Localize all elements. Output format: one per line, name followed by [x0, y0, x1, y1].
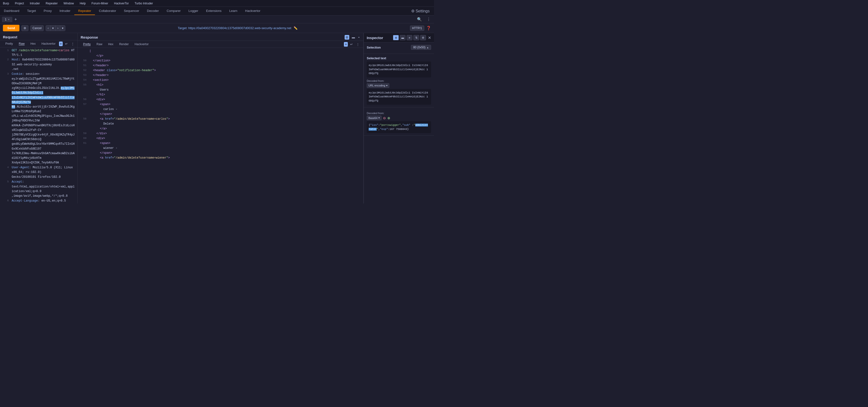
response-panel-header: Response ⊞ ▬ ▪ [78, 33, 363, 41]
base64-remove-icon[interactable]: ⊖ [383, 116, 386, 120]
response-code-area[interactable]: | </p> 50 </section> 51 </header> 52 <he… [78, 48, 363, 204]
code-line: 50 </section> [78, 59, 363, 63]
response-panel: Response ⊞ ▬ ▪ Pretty Raw Hex Render Hac… [78, 33, 364, 204]
http-version-badge[interactable]: HTTP/1 [410, 26, 424, 31]
code-line: | [78, 49, 363, 54]
inspector-selection-title: Selection [367, 46, 381, 49]
nav-prev-down-button[interactable]: ▾ [51, 26, 56, 31]
menu-forumminer[interactable]: Forum-Miner [91, 1, 109, 6]
decode-row-1: URL encoding ▾ [367, 83, 431, 88]
menu-help[interactable]: Help [79, 1, 87, 6]
nav-tab-repeater[interactable]: Repeater [74, 7, 95, 15]
inspector-view-icon-4[interactable]: ⇅ [413, 35, 419, 40]
code-line: 62 <a href="/admin/delete?username=wiene… [78, 156, 363, 160]
nav-tab-decoder[interactable]: Decoder [143, 7, 163, 15]
code-line: </span> [78, 151, 363, 156]
nav-tab-sequencer[interactable]: Sequencer [120, 7, 143, 15]
nav-prev-button[interactable]: ‹ [46, 26, 51, 31]
inspector-title: Inspector [367, 36, 393, 40]
response-sub-tabs: Pretty Raw Hex Render Hackvertor ≡ ↵ ⋮ [78, 41, 363, 48]
selection-badge[interactable]: 80 (0x50) ▲ [411, 45, 431, 50]
code-line: 55 <h1> [78, 83, 363, 88]
target-url: https://0a04002703220804c1375d08007d0032… [188, 26, 291, 30]
code-line: Delete [78, 122, 363, 127]
code-line: </span> [78, 112, 363, 117]
inspector-view-icon-3[interactable]: ≡ [407, 35, 412, 40]
response-grid-icon[interactable]: ⊞ [345, 35, 349, 39]
response-compact-icon[interactable]: ▪ [357, 35, 361, 39]
more-options-icon[interactable]: ⋮ [425, 17, 432, 22]
menu-bar: Burp Project Intruder Repeater Window He… [0, 0, 434, 7]
response-tab-hackvertor[interactable]: Hackvertor [132, 42, 151, 46]
code-line: Xndye13K3zvQYZ8K_TeybAXuf0A [0, 160, 78, 165]
menu-project[interactable]: Project [14, 1, 25, 6]
inspector-view-icon-1[interactable]: ⊞ [393, 35, 399, 40]
base64-arrow: ▾ [378, 116, 380, 120]
menu-turbointruder[interactable]: Turbo Intruder [133, 1, 154, 6]
send-button[interactable]: Send [3, 25, 20, 31]
nav-tab-intruder[interactable]: Intruder [56, 7, 74, 15]
nav-next-down-button[interactable]: ▾ [60, 26, 65, 31]
inspector-view-icon-2[interactable]: ▬ [400, 35, 406, 40]
cancel-button[interactable]: Cancel [30, 25, 44, 31]
menu-repeater[interactable]: Repeater [45, 1, 59, 6]
inspector-close-button[interactable]: ✕ [428, 35, 431, 40]
response-tab-raw[interactable]: Raw [94, 42, 105, 46]
nav-tab-extensions[interactable]: Extensions [202, 7, 225, 15]
edit-icon[interactable]: ✏️ [293, 26, 298, 30]
response-tab-pretty[interactable]: Pretty [81, 42, 93, 46]
settings-button[interactable]: ⚙ [21, 25, 28, 31]
request-code-area[interactable]: 1 GET /admin/delete?username=carlos HTTP… [0, 48, 78, 204]
repeater-tab-1[interactable]: 1 × [2, 17, 12, 22]
inspector-decoded-text-2[interactable]: {"iss":"portswigger","sub" :"administrat… [367, 121, 431, 133]
tab-add-button[interactable]: + [14, 17, 17, 22]
inspector-panel: Inspector ⊞ ▬ ≡ ⇅ ⚙ ✕ Selection 80 (0x50… [364, 33, 434, 204]
search-icon[interactable]: 🔍 [415, 17, 423, 22]
nav-tab-hackvertor[interactable]: Hackvertor [241, 7, 264, 15]
menu-window[interactable]: Window [62, 1, 75, 6]
code-line: 52 <header class="notification-header"> [78, 68, 363, 73]
code-line: N9.NL0ui62u-aorUtjjErI9ZWP_BvwXuSJKgLnMA… [0, 105, 78, 114]
base64-select[interactable]: Base64 ▾ [367, 116, 381, 120]
request-tab-hex[interactable]: Hex [28, 41, 38, 46]
code-line: 51 </header> [78, 63, 363, 68]
code-line: carlos - [78, 107, 363, 112]
inspector-body: Selection 80 (0x50) ▲ Selected text eyJp… [364, 42, 434, 204]
menu-hackvertor[interactable]: HackverTor [113, 1, 130, 6]
base64-label: Base64 [368, 117, 377, 120]
help-icon[interactable]: ❓ [426, 26, 431, 30]
response-tab-render[interactable]: Render [117, 42, 131, 46]
request-tab-hackvertor[interactable]: Hackvertor [39, 41, 58, 46]
request-word-wrap-icon[interactable]: ≡ [59, 41, 63, 46]
url-encoding-select[interactable]: URL encoding ▾ [367, 83, 389, 88]
response-more-icon[interactable]: ⋮ [355, 42, 361, 46]
request-sub-tabs: Pretty Raw Hex Hackvertor ≡ ↵ ⋮ [0, 40, 78, 48]
target-label: Target: https://0a04002703220804c1375d08… [67, 26, 408, 30]
nav-tab-collaborator[interactable]: Collaborator [95, 7, 120, 15]
response-list-icon[interactable]: ▬ [351, 35, 356, 39]
tab-close-icon[interactable]: × [8, 18, 9, 21]
menu-burp[interactable]: Burp [2, 1, 10, 6]
decoded-from-label-1: Decoded from: [367, 80, 431, 82]
request-tab-pretty[interactable]: Pretty [3, 41, 15, 46]
settings-icon[interactable]: ⚙ Settings [410, 8, 431, 14]
nav-tab-logger[interactable]: Logger [185, 7, 202, 15]
request-more-icon[interactable]: ⋮ [70, 41, 75, 46]
menu-intruder[interactable]: Intruder [29, 1, 41, 6]
response-word-wrap-icon[interactable]: ≡ [344, 42, 348, 46]
inspector-settings-icon[interactable]: ⚙ [420, 35, 426, 40]
response-tab-hex[interactable]: Hex [106, 42, 116, 46]
nav-tab-target[interactable]: Target [23, 7, 40, 15]
nav-next-button[interactable]: › [56, 26, 60, 31]
nav-tab-learn[interactable]: Learn [225, 7, 241, 15]
nav-tab-proxy[interactable]: Proxy [40, 7, 56, 15]
code-line: 56 <div> [78, 97, 363, 102]
inspector-selection-section: Selection 80 (0x50) ▲ [364, 42, 434, 54]
code-line: cPLi-wLvZzh8C92Mg3P1gsu_IxmJNwuOGJk1jH8n… [0, 114, 78, 123]
nav-tab-dashboard[interactable]: Dashboard [0, 7, 23, 15]
request-newline-icon[interactable]: ↵ [64, 41, 69, 46]
base64-add-icon[interactable]: ⊕ [388, 116, 390, 120]
response-newline-icon[interactable]: ↵ [349, 42, 354, 46]
nav-tab-comparer[interactable]: Comparer [163, 7, 185, 15]
request-tab-raw[interactable]: Raw [16, 41, 27, 46]
